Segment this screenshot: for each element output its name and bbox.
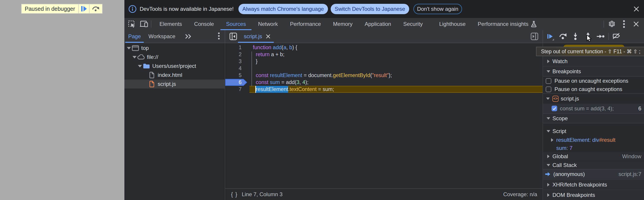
callstack-frame[interactable]: (anonymous) script.js:7 <box>543 170 644 179</box>
step-over-button[interactable] <box>90 4 102 13</box>
line-number[interactable]: 4 <box>225 65 242 72</box>
resume-script-button[interactable] <box>79 4 89 13</box>
toggle-sidebar-icon[interactable] <box>531 32 538 40</box>
code-token <box>268 79 270 85</box>
arrow-slot <box>546 155 550 158</box>
scope-script-row[interactable]: Script <box>543 123 644 136</box>
variable-value: 7 <box>570 145 572 151</box>
step-into-button[interactable] <box>569 30 582 43</box>
tab-label: Page <box>128 33 141 39</box>
infobar-message: DevTools is now available in Japanese! <box>140 6 234 12</box>
tree-item-index-html[interactable]: index.html <box>124 71 225 80</box>
tab-security[interactable]: Security <box>397 18 429 30</box>
pause-caught-exceptions-row[interactable]: Pause on caught exceptions <box>543 85 644 94</box>
resume-icon <box>80 6 87 12</box>
tab-elements[interactable]: Elements <box>154 18 188 30</box>
code-area[interactable]: 1function add(a, b) {2 return a + b;3 }4… <box>225 43 542 93</box>
breakpoint-file-group[interactable]: <> script.js <box>543 94 644 104</box>
checkbox-unchecked[interactable] <box>546 86 551 92</box>
cloud-icon <box>137 54 145 60</box>
settings-button[interactable] <box>606 19 618 29</box>
breakpoint-entry[interactable]: const sum = add(3, 4); 6 <box>543 104 644 113</box>
code-line-3: 3 } <box>225 58 542 65</box>
expand-arrow-icon[interactable] <box>138 65 142 67</box>
line-number[interactable]: 5 <box>225 72 242 79</box>
global-value-label: Window <box>622 153 641 160</box>
tab-memory[interactable]: Memory <box>327 18 359 30</box>
callstack-section-header[interactable]: Call Stack <box>543 161 644 170</box>
device-toolbar-button[interactable] <box>139 19 149 29</box>
infobar-close-button[interactable] <box>632 4 641 14</box>
devtools-close-button[interactable] <box>630 19 642 29</box>
pause-uncaught-exceptions-row[interactable]: Pause on uncaught exceptions <box>543 77 644 85</box>
line-number[interactable]: 3 <box>225 58 242 65</box>
expand-arrow-icon[interactable] <box>132 56 136 58</box>
scope-type-label: Global <box>552 153 568 160</box>
step-into-icon <box>571 32 580 41</box>
navigator-tab-workspace[interactable]: Workspace <box>145 30 179 43</box>
line-number-breakpoint[interactable]: 6 <box>225 79 242 86</box>
devtools-tabbar: Elements Console Sources Network Perform… <box>124 18 644 30</box>
checkbox-unchecked[interactable] <box>546 78 551 84</box>
source-editor[interactable]: 1function add(a, b) {2 return a + b;3 }4… <box>225 43 543 200</box>
dont-show-again-button[interactable]: Don't show again <box>414 4 462 14</box>
navigator-tab-page[interactable]: Page <box>124 30 145 43</box>
tab-console[interactable]: Console <box>188 18 220 30</box>
toolbar-divider <box>608 33 609 40</box>
tree-item-file-protocol[interactable]: file:// <box>124 53 225 62</box>
deactivate-breakpoints-button[interactable] <box>610 30 623 43</box>
line-number[interactable]: 2 <box>225 51 242 58</box>
tab-sources[interactable]: Sources <box>220 18 252 30</box>
expand-arrow-icon[interactable] <box>127 47 131 49</box>
scope-variable-resultelement[interactable]: resultElement: div#result <box>543 136 644 144</box>
tab-application[interactable]: Application <box>358 18 397 30</box>
collapse-navigator-icon[interactable] <box>230 32 237 40</box>
devtools-menu-button[interactable] <box>618 19 630 29</box>
scope-variable-sum[interactable]: sum: 7 <box>543 144 644 152</box>
tree-indent <box>132 56 137 58</box>
tab-label: Workspace <box>148 33 176 39</box>
inspect-element-button[interactable] <box>127 19 137 29</box>
breakpoints-section-header[interactable]: Breakpoints <box>543 66 644 77</box>
switch-devtools-japanese-button[interactable]: Switch DevTools to Japanese <box>331 4 410 14</box>
always-match-language-button[interactable]: Always match Chrome's language <box>238 4 328 14</box>
navigator-menu-button[interactable] <box>218 32 220 41</box>
scope-global-row[interactable]: Global Window <box>543 152 644 161</box>
step-over-icon <box>92 6 100 12</box>
line-number[interactable]: 1 <box>225 44 242 51</box>
line-number[interactable]: 7 <box>225 86 242 93</box>
code-token <box>253 72 256 78</box>
watch-section-header[interactable]: Watch <box>543 56 644 66</box>
resume-icon <box>546 32 555 41</box>
tree-item-label: index.html <box>158 72 182 78</box>
expanded-arrow-icon <box>546 164 550 166</box>
more-tabs-icon[interactable] <box>185 34 192 39</box>
step-over-button[interactable] <box>556 30 569 43</box>
xhr-breakpoints-section-header[interactable]: XHR/fetch Breakpoints <box>543 179 644 190</box>
tab-lighthouse[interactable]: Lighthouse <box>433 18 472 30</box>
tab-label: Network <box>258 21 278 27</box>
tree-item-project-folder[interactable]: Users/user/project <box>124 62 225 71</box>
tree-item-script-js[interactable]: script.js <box>124 80 225 89</box>
code-token: ( <box>282 44 284 50</box>
tree-item-top[interactable]: top <box>124 44 225 53</box>
file-icon-script <box>148 81 156 87</box>
close-tab-icon[interactable] <box>266 34 270 39</box>
active-frame-icon <box>545 172 551 177</box>
editor-tab-scriptjs[interactable]: script.js <box>243 30 272 43</box>
resume-execution-button[interactable] <box>544 30 556 43</box>
tab-performance-insights[interactable]: Performance insights <box>472 18 543 30</box>
info-icon <box>128 5 136 13</box>
step-button[interactable] <box>594 30 607 43</box>
close-icon <box>633 21 639 27</box>
tab-network[interactable]: Network <box>252 18 284 30</box>
coverage-label: Coverage: n/a <box>503 191 537 198</box>
step-over-icon <box>558 32 567 41</box>
device-toolbar-icon <box>140 20 148 28</box>
debugger-toolbar <box>543 30 644 43</box>
dom-breakpoints-section-header[interactable]: DOM Breakpoints <box>543 190 644 200</box>
pretty-print-button[interactable]: { } <box>231 191 238 198</box>
scope-section-header[interactable]: Scope <box>543 113 644 123</box>
tab-performance[interactable]: Performance <box>284 18 327 30</box>
checkbox-checked[interactable] <box>552 106 557 111</box>
